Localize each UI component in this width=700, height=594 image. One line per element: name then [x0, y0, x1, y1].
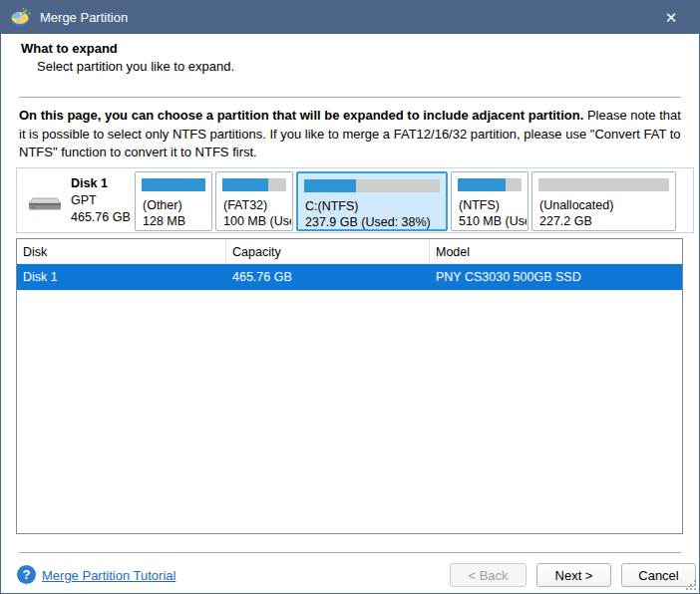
back-button[interactable]: < Back [450, 563, 526, 587]
partition-size: 128 MB [143, 214, 210, 228]
help-icon[interactable]: ? [17, 565, 36, 584]
disk-list-table: Disk Capacity Model Disk 1 465.76 GB PNY… [16, 238, 683, 534]
partition-name: (Other) [143, 198, 210, 212]
partition-block-fat32[interactable]: (FAT32) 100 MB (Usec [215, 171, 293, 231]
next-button[interactable]: Next > [536, 563, 611, 587]
partition-size: 227.2 GB [539, 214, 674, 228]
column-header-model[interactable]: Model [430, 239, 682, 264]
cell-model: PNY CS3030 500GB SSD [430, 264, 682, 290]
disk-details: Disk 1 GPT 465.76 GB [71, 175, 131, 226]
partition-block-unallocated[interactable]: (Unallocated) 227.2 GB [531, 171, 676, 231]
cancel-button[interactable]: Cancel [621, 563, 696, 587]
cell-disk: Disk 1 [17, 264, 226, 290]
partition-name: (NTFS) [459, 198, 526, 212]
window-title: Merge Partition [40, 10, 128, 25]
disk-scheme: GPT [71, 192, 131, 209]
usage-bar [142, 178, 205, 191]
cell-capacity: 465.76 GB [226, 264, 430, 290]
merge-partition-dialog: Merge Partition ✕ What to expand Select … [0, 0, 700, 594]
partition-name: (Unallocated) [539, 198, 674, 212]
usage-bar [458, 178, 522, 191]
instruction-text: On this page, you can choose a partition… [19, 107, 689, 162]
resize-grip[interactable] [686, 580, 697, 591]
footer-separator [19, 552, 681, 553]
table-header: Disk Capacity Model [17, 239, 682, 264]
page-subtitle: Select partition you like to expand. [37, 59, 234, 74]
partition-size: 237.9 GB (Used: 38%) [305, 215, 445, 229]
tutorial-link[interactable]: Merge Partition Tutorial [42, 568, 175, 583]
partition-block-other[interactable]: (Other) 128 MB [135, 171, 212, 231]
partition-name: C:(NTFS) [305, 199, 445, 213]
hard-disk-icon [27, 190, 63, 214]
partition-wizard-app-icon [11, 7, 32, 28]
disk-map-panel: Disk 1 GPT 465.76 GB (Other) 128 MB (FAT… [16, 167, 694, 233]
titlebar: Merge Partition ✕ [1, 1, 699, 34]
disk-info: Disk 1 GPT 465.76 GB [25, 172, 135, 228]
disk-size: 465.76 GB [71, 209, 131, 226]
table-row-disk1-selected[interactable]: Disk 1 465.76 GB PNY CS3030 500GB SSD [17, 264, 682, 290]
usage-bar [222, 178, 286, 191]
usage-bar [538, 178, 669, 191]
usage-bar [304, 179, 440, 192]
partition-size: 100 MB (Usec [223, 214, 291, 228]
column-header-capacity[interactable]: Capacity [226, 239, 430, 264]
close-button[interactable]: ✕ [651, 1, 691, 34]
partition-size: 510 MB (Usec [459, 214, 526, 228]
partition-block-ntfs[interactable]: (NTFS) 510 MB (Usec [451, 171, 528, 231]
instruction-bold: On this page, you can choose a partition… [19, 108, 583, 123]
disk-name: Disk 1 [71, 175, 131, 192]
header-separator [19, 97, 681, 98]
page-title: What to expand [21, 41, 118, 56]
partition-block-c-ntfs-selected[interactable]: C:(NTFS) 237.9 GB (Used: 38%) [296, 171, 448, 231]
column-header-disk[interactable]: Disk [17, 239, 226, 264]
partition-name: (FAT32) [223, 198, 291, 212]
